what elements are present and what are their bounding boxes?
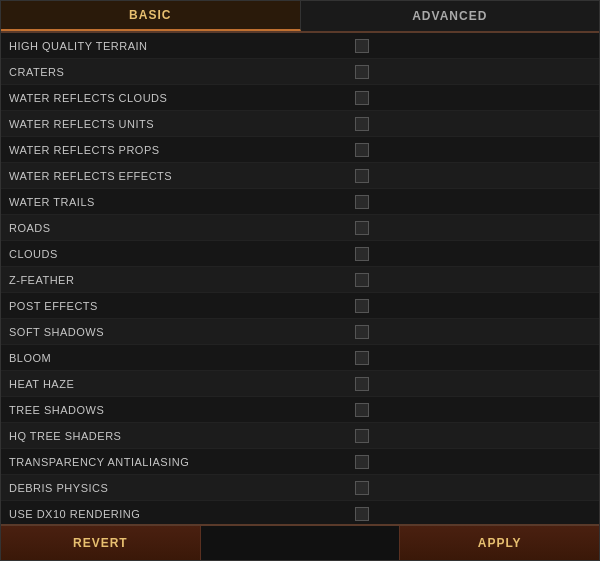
- content-area: HIGH QUALITY TERRAINCRATERSWATER REFLECT…: [1, 33, 599, 524]
- setting-checkbox-area: [351, 117, 591, 131]
- setting-checkbox-area: [351, 195, 591, 209]
- setting-row: WATER REFLECTS PROPS: [1, 137, 599, 163]
- setting-checkbox[interactable]: [355, 377, 369, 391]
- setting-label: POST EFFECTS: [9, 300, 351, 312]
- settings-list[interactable]: HIGH QUALITY TERRAINCRATERSWATER REFLECT…: [1, 33, 599, 524]
- setting-row: TRANSPARENCY ANTIALIASING: [1, 449, 599, 475]
- setting-row: DEBRIS PHYSICS: [1, 475, 599, 501]
- setting-row: HQ TREE SHADERS: [1, 423, 599, 449]
- setting-row: WATER REFLECTS EFFECTS: [1, 163, 599, 189]
- setting-checkbox-area: [351, 403, 591, 417]
- tab-advanced[interactable]: ADVANCED: [301, 1, 600, 31]
- setting-row: TREE SHADOWS: [1, 397, 599, 423]
- setting-row: USE DX10 RENDERING: [1, 501, 599, 524]
- setting-label: Z-FEATHER: [9, 274, 351, 286]
- setting-checkbox[interactable]: [355, 403, 369, 417]
- tab-basic[interactable]: BASIC: [1, 1, 301, 31]
- setting-label: HIGH QUALITY TERRAIN: [9, 40, 351, 52]
- setting-label: CRATERS: [9, 66, 351, 78]
- setting-label: TREE SHADOWS: [9, 404, 351, 416]
- setting-checkbox[interactable]: [355, 247, 369, 261]
- setting-checkbox[interactable]: [355, 117, 369, 131]
- setting-checkbox-area: [351, 247, 591, 261]
- setting-checkbox[interactable]: [355, 221, 369, 235]
- setting-label: USE DX10 RENDERING: [9, 508, 351, 520]
- setting-checkbox[interactable]: [355, 481, 369, 495]
- setting-label: WATER TRAILS: [9, 196, 351, 208]
- apply-button[interactable]: APPLY: [399, 526, 599, 560]
- setting-checkbox[interactable]: [355, 351, 369, 365]
- setting-row: POST EFFECTS: [1, 293, 599, 319]
- setting-row: HIGH QUALITY TERRAIN: [1, 33, 599, 59]
- setting-row: Z-FEATHER: [1, 267, 599, 293]
- footer-middle: [201, 526, 400, 560]
- setting-row: CRATERS: [1, 59, 599, 85]
- setting-row: SOFT SHADOWS: [1, 319, 599, 345]
- setting-checkbox-area: [351, 351, 591, 365]
- setting-label: BLOOM: [9, 352, 351, 364]
- setting-label: DEBRIS PHYSICS: [9, 482, 351, 494]
- setting-label: HEAT HAZE: [9, 378, 351, 390]
- setting-checkbox[interactable]: [355, 507, 369, 521]
- setting-label: WATER REFLECTS UNITS: [9, 118, 351, 130]
- setting-label: TRANSPARENCY ANTIALIASING: [9, 456, 351, 468]
- tab-bar: BASIC ADVANCED: [1, 1, 599, 33]
- setting-checkbox-area: [351, 91, 591, 105]
- setting-checkbox-area: [351, 273, 591, 287]
- setting-checkbox-area: [351, 299, 591, 313]
- setting-label: ROADS: [9, 222, 351, 234]
- footer: REVERT APPLY: [1, 524, 599, 560]
- setting-checkbox-area: [351, 221, 591, 235]
- setting-checkbox[interactable]: [355, 273, 369, 287]
- setting-label: WATER REFLECTS CLOUDS: [9, 92, 351, 104]
- setting-checkbox[interactable]: [355, 91, 369, 105]
- setting-checkbox-area: [351, 481, 591, 495]
- setting-row: WATER REFLECTS UNITS: [1, 111, 599, 137]
- setting-checkbox-area: [351, 507, 591, 521]
- setting-checkbox-area: [351, 429, 591, 443]
- setting-checkbox-area: [351, 455, 591, 469]
- setting-row: BLOOM: [1, 345, 599, 371]
- setting-checkbox[interactable]: [355, 169, 369, 183]
- setting-checkbox[interactable]: [355, 195, 369, 209]
- setting-checkbox[interactable]: [355, 455, 369, 469]
- setting-checkbox[interactable]: [355, 65, 369, 79]
- setting-checkbox-area: [351, 65, 591, 79]
- setting-row: HEAT HAZE: [1, 371, 599, 397]
- setting-checkbox-area: [351, 143, 591, 157]
- setting-row: WATER TRAILS: [1, 189, 599, 215]
- setting-row: CLOUDS: [1, 241, 599, 267]
- setting-row: ROADS: [1, 215, 599, 241]
- setting-row: WATER REFLECTS CLOUDS: [1, 85, 599, 111]
- setting-checkbox[interactable]: [355, 299, 369, 313]
- setting-checkbox[interactable]: [355, 39, 369, 53]
- settings-panel: BASIC ADVANCED HIGH QUALITY TERRAINCRATE…: [0, 0, 600, 561]
- setting-checkbox-area: [351, 325, 591, 339]
- setting-checkbox[interactable]: [355, 325, 369, 339]
- setting-label: WATER REFLECTS PROPS: [9, 144, 351, 156]
- setting-checkbox-area: [351, 39, 591, 53]
- setting-label: WATER REFLECTS EFFECTS: [9, 170, 351, 182]
- setting-checkbox-area: [351, 169, 591, 183]
- setting-checkbox[interactable]: [355, 143, 369, 157]
- setting-checkbox-area: [351, 377, 591, 391]
- revert-button[interactable]: REVERT: [1, 526, 201, 560]
- setting-label: HQ TREE SHADERS: [9, 430, 351, 442]
- setting-checkbox[interactable]: [355, 429, 369, 443]
- setting-label: CLOUDS: [9, 248, 351, 260]
- setting-label: SOFT SHADOWS: [9, 326, 351, 338]
